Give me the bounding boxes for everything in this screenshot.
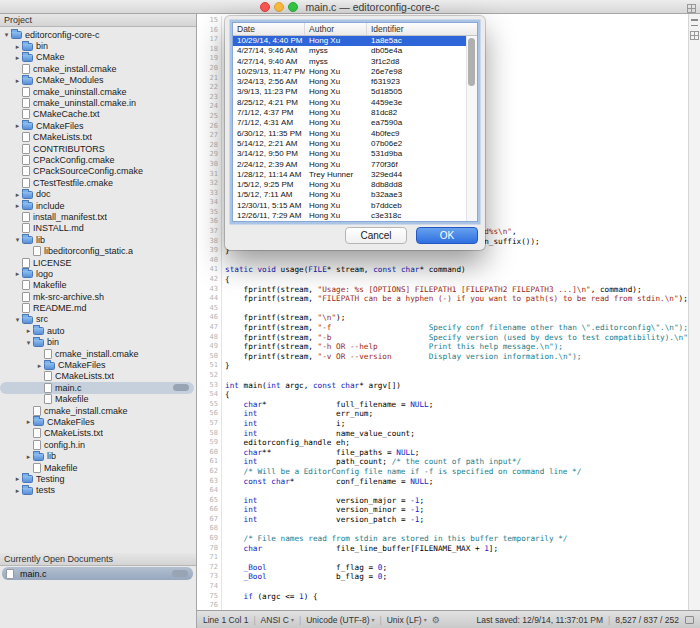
fullscreen-icon[interactable] [687, 4, 696, 13]
revision-row[interactable]: 5/14/12, 2:21 AM Hong Xu 07b06e2 [233, 139, 477, 149]
tree-item[interactable]: cmake_uninstall.cmake [0, 86, 196, 97]
disclosure-triangle[interactable]: ▸ [24, 416, 33, 427]
tree-item[interactable]: LICENSE [0, 257, 196, 268]
tree-item[interactable]: ▸ lib [0, 450, 196, 461]
tree-item[interactable]: ▸ CMake_Modules [0, 75, 196, 86]
tree-item[interactable]: mk-src-archive.sh [0, 291, 196, 302]
sections-icon[interactable] [690, 31, 699, 40]
tree-item[interactable]: ▸ auto [0, 325, 196, 336]
tree-item[interactable]: CTestTestfile.cmake [0, 177, 196, 188]
tree-item[interactable]: CONTRIBUTORS [0, 143, 196, 154]
tree-item[interactable]: ▸ include [0, 200, 196, 211]
column-header-author[interactable]: Author [305, 23, 367, 35]
tree-item[interactable]: Makefile [0, 394, 196, 405]
tree-item[interactable]: CMakeCache.txt [0, 109, 196, 120]
tree-item[interactable]: cmake_uninstall.cmake.in [0, 97, 196, 108]
language-selector[interactable]: ANSI C ▾ [261, 615, 294, 625]
tree-item[interactable]: README.md [0, 302, 196, 313]
tree-item[interactable]: CMakeLists.txt [0, 428, 196, 439]
bookmarks-icon[interactable] [691, 19, 698, 26]
disclosure-triangle[interactable]: ▸ [13, 473, 22, 484]
tree-item[interactable]: CMakeLists.txt [0, 132, 196, 143]
revision-row[interactable]: 3/9/13, 11:23 PM Hong Xu 5d18505 [233, 87, 477, 97]
dialog-scrollbar[interactable] [466, 36, 477, 221]
panel-toggle-icon[interactable] [685, 616, 694, 624]
revision-row[interactable]: 6/30/12, 11:35 PM Hong Xu 4b0fec9 [233, 129, 477, 139]
revision-row[interactable]: 1/28/12, 11:14 AM Trey Hunner 329ed44 [233, 170, 477, 180]
revision-row[interactable]: 4/27/14, 9:40 AM myss 3f1c2d8 [233, 57, 477, 67]
tree-item[interactable]: ▾ lib [0, 234, 196, 245]
close-button[interactable] [260, 2, 270, 12]
tree-item[interactable]: ▸ CMakeFiles [0, 416, 196, 427]
open-document-item[interactable]: main.c [2, 567, 193, 580]
line-ending-selector[interactable]: Unix (LF) ▾ [387, 615, 427, 625]
tree-item[interactable]: cmake_install.cmake [0, 405, 196, 416]
tree-item[interactable]: ▸ logo [0, 268, 196, 279]
disclosure-triangle[interactable]: ▸ [13, 485, 22, 496]
tree-item[interactable]: cmake_install.cmake [0, 348, 196, 359]
revision-row[interactable]: 7/1/12, 4:37 PM Hong Xu 81dc82 [233, 108, 477, 118]
disclosure-triangle[interactable]: ▾ [13, 234, 22, 245]
column-header-date[interactable]: Date [233, 23, 305, 35]
disclosure-triangle[interactable]: ▾ [24, 337, 33, 348]
revision-row[interactable]: 1/5/12, 9:25 PM Hong Xu 8db8dd8 [233, 180, 477, 190]
tree-item[interactable]: CPackConfig.cmake [0, 154, 196, 165]
disclosure-triangle[interactable]: ▸ [13, 75, 22, 86]
line-number: 57 [197, 419, 222, 429]
revision-row[interactable]: 4/27/14, 9:46 AM myss db05e4a [233, 46, 477, 56]
tree-item[interactable]: ▸ bin [0, 40, 196, 51]
disclosure-triangle[interactable]: ▸ [13, 268, 22, 279]
revision-row[interactable]: 10/29/14, 4:40 PM Hong Xu 1a8e5ac [233, 36, 477, 46]
revision-row[interactable]: 1/5/12, 7:11 AM Hong Xu b32aae3 [233, 190, 477, 200]
tree-item[interactable]: ▾ bin [0, 337, 196, 348]
revision-row[interactable]: 12/30/11, 5:15 AM Hong Xu b7ddceb [233, 201, 477, 211]
tree-item[interactable]: libeditorconfig_static.a [0, 245, 196, 256]
disclosure-triangle[interactable]: ▾ [2, 29, 11, 40]
disclosure-triangle[interactable]: ▸ [24, 451, 33, 462]
revision-row[interactable]: 7/1/12, 4:31 AM Hong Xu ea7590a [233, 118, 477, 128]
editor-scrollbar[interactable] [688, 14, 700, 610]
tree-item[interactable]: install_manifest.txt [0, 211, 196, 222]
revision-row[interactable]: 3/14/12, 9:50 PM Hong Xu 531d9ba [233, 149, 477, 159]
tree-item[interactable]: ▾ src [0, 314, 196, 325]
disclosure-triangle[interactable]: ▸ [13, 200, 22, 211]
zoom-button[interactable] [288, 2, 298, 12]
disclosure-triangle[interactable]: ▸ [13, 52, 22, 63]
revision-author: myss [305, 57, 367, 67]
tree-item[interactable]: INSTALL.md [0, 223, 196, 234]
tree-item[interactable]: config.h.in [0, 439, 196, 450]
disclosure-triangle[interactable]: ▸ [13, 120, 22, 131]
scrollbar-thumb[interactable] [468, 38, 475, 86]
revision-row[interactable]: 8/25/12, 4:21 PM Hong Xu 4459e3e [233, 98, 477, 108]
disclosure-triangle[interactable]: ▸ [13, 189, 22, 200]
tree-item[interactable]: ▸ doc [0, 188, 196, 199]
revision-row[interactable]: 10/29/13, 11:47 PM Hong Xu 26e7e98 [233, 67, 477, 77]
tree-item[interactable]: ▸ CMakeFiles [0, 359, 196, 370]
tree-item[interactable]: ▸ CMakeFiles [0, 120, 196, 131]
file-icon [44, 349, 52, 359]
cancel-button[interactable]: Cancel [345, 227, 407, 244]
disclosure-triangle[interactable]: ▸ [13, 41, 22, 52]
gear-icon[interactable]: ⚙ [432, 615, 440, 625]
disclosure-triangle[interactable]: ▾ [13, 314, 22, 325]
ok-button[interactable]: OK [416, 227, 478, 244]
revision-row[interactable]: 2/24/12, 2:39 AM Hong Xu 770f36f [233, 160, 477, 170]
revision-row[interactable]: 12/26/11, 7:29 AM Hong Xu c3e318c [233, 211, 477, 221]
tree-item[interactable]: ▸ CMake [0, 52, 196, 63]
tree-item[interactable]: Makefile [0, 462, 196, 473]
tree-item[interactable]: cmake_install.cmake [0, 63, 196, 74]
tree-item[interactable]: ▸ tests [0, 485, 196, 496]
tree-item[interactable]: ▾ editorconfig-core-c [0, 29, 196, 40]
revision-row[interactable]: 3/24/13, 2:56 AM Hong Xu f631923 [233, 77, 477, 87]
column-header-identifier[interactable]: Identifier [367, 23, 477, 35]
minimize-button[interactable] [274, 2, 284, 12]
disclosure-triangle[interactable]: ▸ [35, 360, 44, 371]
tree-item[interactable]: CMakeLists.txt [0, 371, 196, 382]
tree-item[interactable]: CPackSourceConfig.cmake [0, 166, 196, 177]
encoding-selector[interactable]: Unicode (UTF-8) ▾ [306, 615, 374, 625]
line-number: 37 [197, 227, 222, 237]
tree-item[interactable]: ▸ Testing [0, 473, 196, 484]
tree-item[interactable]: main.c [0, 382, 194, 393]
tree-item[interactable]: Makefile [0, 280, 196, 291]
disclosure-triangle[interactable]: ▸ [24, 325, 33, 336]
